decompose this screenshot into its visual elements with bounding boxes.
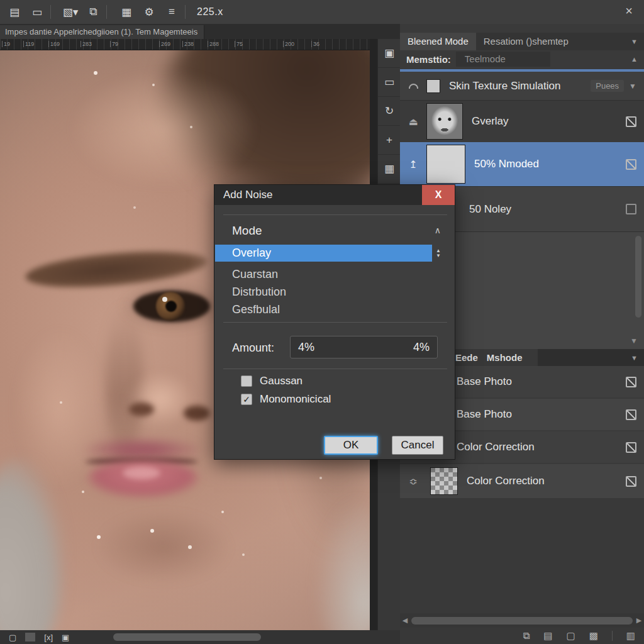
- panel-icon[interactable]: ▦: [118, 6, 135, 19]
- new-layer-icon[interactable]: ▩: [589, 630, 598, 641]
- chevron-down-icon[interactable]: ▼: [631, 38, 638, 45]
- chevron-up-icon[interactable]: ▲: [631, 55, 638, 63]
- spinner-icon[interactable]: ▲▼: [433, 245, 443, 262]
- blend-mode-label: Memsttio:: [406, 54, 451, 65]
- delete-layer-icon[interactable]: ▥: [626, 630, 635, 641]
- ruler-tick: 36: [311, 41, 319, 47]
- layer-badge-icon[interactable]: [626, 204, 636, 214]
- layer-row-selected[interactable]: ↥ 50% Nmoded: [400, 142, 644, 186]
- layer-row-color-correction[interactable]: ≎ Color Correction: [400, 464, 644, 498]
- checkbox-label: Monomonicical: [260, 393, 331, 406]
- ruler-tick: 288: [208, 41, 219, 47]
- amount-input[interactable]: 4% 4%: [290, 336, 438, 358]
- variable-icon[interactable]: [x]: [44, 633, 53, 642]
- mode-option[interactable]: Distrbution: [232, 283, 421, 301]
- vertical-scrollbar[interactable]: [635, 236, 641, 318]
- panel-tabs: Bleened Mode Resatiom ()shemtep ▼: [400, 33, 644, 50]
- adjustment-row[interactable]: Skin Texture Simulation Puees ▼: [400, 72, 644, 101]
- status-bar: ▢ [x] ▣: [0, 630, 400, 644]
- layer-effects-icon[interactable]: ▤: [543, 630, 552, 641]
- photo-nostril: [184, 406, 210, 421]
- gaussian-checkbox-row[interactable]: Gaussan: [241, 374, 303, 388]
- ruler-tick: 75: [235, 41, 243, 47]
- layer-badge-icon[interactable]: [626, 116, 636, 127]
- history-icon[interactable]: ▢: [9, 633, 16, 642]
- layer-badge-icon[interactable]: [626, 476, 636, 487]
- layer-badge-icon[interactable]: [626, 409, 636, 420]
- mode-option[interactable]: Gesfbulal: [232, 301, 421, 318]
- chevron-down-icon[interactable]: ▼: [630, 336, 638, 345]
- grid-icon[interactable]: ▦: [378, 155, 401, 184]
- ok-button[interactable]: OK: [324, 436, 378, 455]
- add-noise-dialog: Add Noise X Mode ∧ Overlay ▲▼ Cuarstan D…: [214, 184, 455, 460]
- mode-option[interactable]: Cuarstan: [232, 265, 421, 283]
- zoom-level[interactable]: 225.x: [197, 6, 223, 18]
- blend-mode-select[interactable]: Teelmode: [456, 52, 550, 67]
- layer-name: Skin Texture Simulation: [449, 80, 591, 92]
- chevron-down-icon[interactable]: ▼: [629, 82, 636, 91]
- checkbox-checked[interactable]: ✓: [241, 394, 252, 405]
- marquee-icon[interactable]: ▭: [29, 6, 45, 19]
- photo-background: [316, 501, 370, 630]
- ruler-tick: 79: [110, 41, 118, 47]
- dialog-divider: [223, 214, 447, 215]
- layers-badge-icon[interactable]: ▣: [378, 39, 401, 68]
- gear-icon[interactable]: ⚙: [141, 6, 157, 19]
- tab-resatiom[interactable]: Resatiom ()shemtep: [476, 33, 576, 50]
- scroll-left-icon[interactable]: ◀: [400, 616, 410, 625]
- toolbar-divider: [106, 5, 107, 19]
- ruler-tick: 283: [80, 41, 92, 47]
- note-panel-icon[interactable]: ▭: [378, 68, 401, 97]
- eye-icon[interactable]: [409, 84, 418, 89]
- photo-chin-shadow: [94, 509, 233, 585]
- horizontal-ruler: 19 119 169 283 79 269 238 288 75 200 36: [0, 39, 377, 50]
- camera-icon[interactable]: ▣: [62, 633, 69, 642]
- mode-section-label: Mode: [232, 224, 262, 238]
- photo-skin-speckles: [0, 50, 3, 53]
- monochromatic-checkbox-row[interactable]: ✓ Monomonicical: [241, 392, 331, 406]
- layer-thumbnail-transparent[interactable]: [430, 467, 458, 495]
- layer-thumbnail-face[interactable]: [426, 103, 463, 140]
- preset-button[interactable]: Puees: [591, 80, 624, 92]
- color-swatch[interactable]: [25, 633, 35, 641]
- layer-badge-icon[interactable]: [626, 159, 636, 170]
- scroll-right-icon[interactable]: ▶: [634, 616, 644, 625]
- amount-value-right: 4%: [413, 341, 430, 354]
- layer-badge-icon[interactable]: [626, 442, 636, 453]
- align-icon[interactable]: ≡: [164, 6, 180, 18]
- expand-icon[interactable]: ≎: [400, 475, 426, 487]
- status-progress-bar[interactable]: [113, 633, 261, 641]
- dialog-close-button[interactable]: X: [422, 185, 455, 205]
- ruler-tick: 200: [283, 41, 294, 47]
- tab-eede[interactable]: Eede: [455, 352, 478, 363]
- clone-icon[interactable]: ⧉: [85, 6, 101, 18]
- crop-dropdown-icon[interactable]: ▧▾: [62, 6, 79, 19]
- cancel-button[interactable]: Cancel: [392, 436, 443, 455]
- photo-eye-highlight: [162, 297, 167, 302]
- layer-thumbnail[interactable]: [426, 79, 440, 93]
- pin-icon[interactable]: ↥: [400, 158, 426, 170]
- layer-name: Color Correction: [457, 441, 626, 453]
- refresh-icon[interactable]: ↻: [378, 97, 401, 126]
- add-icon[interactable]: +: [378, 126, 401, 155]
- horizontal-scrollbar[interactable]: ◀ ▶: [400, 613, 644, 628]
- tab-blend-mode[interactable]: Bleened Mode: [400, 33, 476, 50]
- scrollbar-thumb[interactable]: [411, 617, 633, 625]
- mode-selected-option[interactable]: Overlay: [215, 245, 432, 262]
- link-layers-icon[interactable]: ⧉: [523, 630, 530, 641]
- layer-badge-icon[interactable]: [626, 377, 636, 387]
- checkbox-unchecked[interactable]: [241, 375, 252, 387]
- new-file-icon[interactable]: ▤: [6, 6, 23, 19]
- chevron-up-icon[interactable]: ∧: [435, 225, 441, 235]
- chevron-down-icon[interactable]: ▼: [631, 354, 638, 362]
- panel-footer-icons: ⧉ ▤ ▢ ▩ ▥: [400, 628, 644, 644]
- footer-divider: [612, 631, 613, 641]
- document-tab[interactable]: Impes dantie Appelrichedgiioen (1). Tem …: [0, 25, 204, 39]
- window-close-icon[interactable]: ×: [620, 4, 638, 18]
- layer-mask-icon[interactable]: ▢: [566, 630, 575, 641]
- layer-row-gverlay[interactable]: ⏏ Gverlay: [400, 101, 644, 142]
- eject-icon[interactable]: ⏏: [400, 116, 426, 128]
- photo-nose-tip: [126, 371, 195, 428]
- layer-thumbnail-gray[interactable]: [426, 145, 465, 184]
- tab-mshode[interactable]: Mshode: [487, 352, 523, 363]
